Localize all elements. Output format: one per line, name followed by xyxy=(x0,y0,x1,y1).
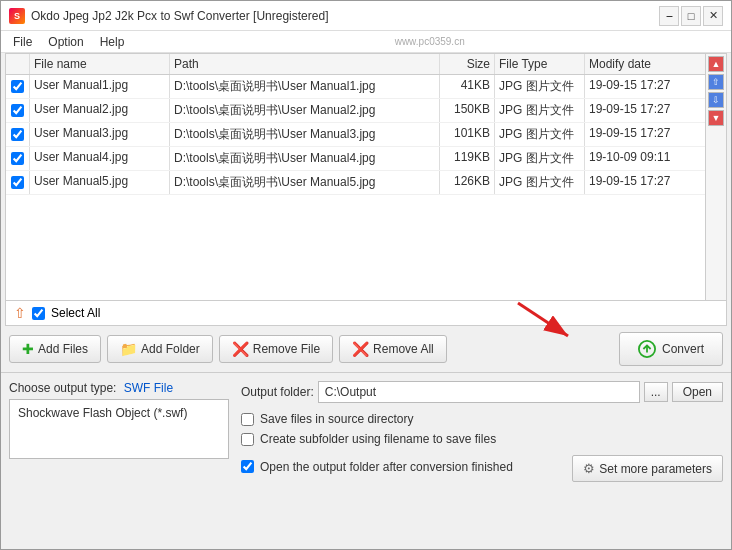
row-date: 19-10-09 09:11 xyxy=(585,147,705,170)
buttons-area: ✚ Add Files 📁 Add Folder ❌ Remove File ❌… xyxy=(1,326,731,372)
row-checkbox-cell[interactable] xyxy=(6,171,30,194)
add-files-button[interactable]: ✚ Add Files xyxy=(9,335,101,363)
select-all-checkbox[interactable] xyxy=(32,307,45,320)
row-checkbox[interactable] xyxy=(11,104,24,117)
upload-icon: ⇧ xyxy=(14,305,26,321)
set-params-button[interactable]: ⚙ Set more parameters xyxy=(572,455,723,482)
row-size: 119KB xyxy=(440,147,495,170)
row-path: D:\tools\桌面说明书\User Manual2.jpg xyxy=(170,99,440,122)
table-row[interactable]: User Manual2.jpg D:\tools\桌面说明书\User Man… xyxy=(6,99,705,123)
open-output-checkbox[interactable] xyxy=(241,460,254,473)
row-checkbox-cell[interactable] xyxy=(6,75,30,98)
row-size: 101KB xyxy=(440,123,495,146)
row-checkbox[interactable] xyxy=(11,80,24,93)
output-type-label: Choose output type: SWF File xyxy=(9,381,229,395)
remove-file-button[interactable]: ❌ Remove File xyxy=(219,335,333,363)
open-folder-button[interactable]: Open xyxy=(672,382,723,402)
table-row[interactable]: User Manual3.jpg D:\tools\桌面说明书\User Man… xyxy=(6,123,705,147)
menu-option[interactable]: Option xyxy=(40,33,91,51)
output-folder-row: Output folder: ... Open xyxy=(241,381,723,403)
remove-all-label: Remove All xyxy=(373,342,434,356)
set-params-label: Set more parameters xyxy=(599,462,712,476)
remove-all-button[interactable]: ❌ Remove All xyxy=(339,335,447,363)
add-files-icon: ✚ xyxy=(22,341,34,357)
add-folder-label: Add Folder xyxy=(141,342,200,356)
row-path: D:\tools\桌面说明书\User Manual4.jpg xyxy=(170,147,440,170)
title-bar-left: S Okdo Jpeg Jp2 J2k Pcx to Swf Converter… xyxy=(9,8,328,24)
checkbox-save-source: Save files in source directory xyxy=(241,411,723,427)
remove-all-icon: ❌ xyxy=(352,341,369,357)
select-all-label[interactable]: Select All xyxy=(51,306,100,320)
watermark: www.pc0359.cn xyxy=(132,36,727,47)
col-header-date: Modify date xyxy=(585,54,705,74)
col-header-check xyxy=(6,54,30,74)
checkbox-subfolder: Create subfolder using filename to save … xyxy=(241,431,723,447)
output-folder-input[interactable] xyxy=(318,381,640,403)
menu-bar: File Option Help www.pc0359.cn xyxy=(1,31,731,53)
open-output-label[interactable]: Open the output folder after conversion … xyxy=(260,460,513,474)
minimize-button[interactable]: ‒ xyxy=(659,6,679,26)
subfolder-checkbox[interactable] xyxy=(241,433,254,446)
window-title: Okdo Jpeg Jp2 J2k Pcx to Swf Converter [… xyxy=(31,9,328,23)
row-size: 41KB xyxy=(440,75,495,98)
row-filename: User Manual1.jpg xyxy=(30,75,170,98)
output-type-panel: Choose output type: SWF File Shockwave F… xyxy=(9,381,229,482)
row-checkbox-cell[interactable] xyxy=(6,123,30,146)
table-row[interactable]: User Manual4.jpg D:\tools\桌面说明书\User Man… xyxy=(6,147,705,171)
save-source-label[interactable]: Save files in source directory xyxy=(260,412,413,426)
row-checkbox[interactable] xyxy=(11,128,24,141)
save-source-checkbox[interactable] xyxy=(241,413,254,426)
table-row[interactable]: User Manual5.jpg D:\tools\桌面说明书\User Man… xyxy=(6,171,705,195)
window-controls: ‒ □ ✕ xyxy=(659,6,723,26)
output-type-box: Shockwave Flash Object (*.swf) xyxy=(9,399,229,459)
add-folder-button[interactable]: 📁 Add Folder xyxy=(107,335,213,363)
row-filename: User Manual4.jpg xyxy=(30,147,170,170)
row-date: 19-09-15 17:27 xyxy=(585,123,705,146)
scroll-down-button[interactable]: ⇩ xyxy=(708,92,724,108)
output-type-value: SWF File xyxy=(124,381,173,395)
row-checkbox-cell[interactable] xyxy=(6,147,30,170)
table-header: File name Path Size File Type Modify dat… xyxy=(6,54,705,75)
browse-button[interactable]: ... xyxy=(644,382,668,402)
row-path: D:\tools\桌面说明书\User Manual5.jpg xyxy=(170,171,440,194)
menu-help[interactable]: Help xyxy=(92,33,133,51)
title-bar: S Okdo Jpeg Jp2 J2k Pcx to Swf Converter… xyxy=(1,1,731,31)
row-type: JPG 图片文件 xyxy=(495,75,585,98)
gear-icon: ⚙ xyxy=(583,461,595,476)
convert-icon xyxy=(638,340,656,358)
last-row: Open the output folder after conversion … xyxy=(241,451,723,482)
scroll-bottom-button[interactable]: ▼ xyxy=(708,110,724,126)
table-body: User Manual1.jpg D:\tools\桌面说明书\User Man… xyxy=(6,75,705,300)
row-type: JPG 图片文件 xyxy=(495,99,585,122)
subfolder-label[interactable]: Create subfolder using filename to save … xyxy=(260,432,496,446)
row-checkbox-cell[interactable] xyxy=(6,99,30,122)
scroll-top-button[interactable]: ▲ xyxy=(708,56,724,72)
bottom-panel: Choose output type: SWF File Shockwave F… xyxy=(1,372,731,490)
row-filename: User Manual5.jpg xyxy=(30,171,170,194)
table-row[interactable]: User Manual1.jpg D:\tools\桌面说明书\User Man… xyxy=(6,75,705,99)
row-type: JPG 图片文件 xyxy=(495,171,585,194)
remove-file-label: Remove File xyxy=(253,342,320,356)
close-button[interactable]: ✕ xyxy=(703,6,723,26)
row-checkbox[interactable] xyxy=(11,152,24,165)
remove-file-icon: ❌ xyxy=(232,341,249,357)
app-icon: S xyxy=(9,8,25,24)
row-date: 19-09-15 17:27 xyxy=(585,171,705,194)
maximize-button[interactable]: □ xyxy=(681,6,701,26)
col-header-size: Size xyxy=(440,54,495,74)
table-scroll-controls: ▲ ⇧ ⇩ ▼ xyxy=(705,54,726,300)
menu-file[interactable]: File xyxy=(5,33,40,51)
convert-button[interactable]: Convert xyxy=(619,332,723,366)
row-filename: User Manual2.jpg xyxy=(30,99,170,122)
row-date: 19-09-15 17:27 xyxy=(585,75,705,98)
row-date: 19-09-15 17:27 xyxy=(585,99,705,122)
checkbox-open-output: Open the output folder after conversion … xyxy=(241,459,513,475)
row-checkbox[interactable] xyxy=(11,176,24,189)
output-type-detail: Shockwave Flash Object (*.swf) xyxy=(18,406,187,420)
col-header-type: File Type xyxy=(495,54,585,74)
col-header-name: File name xyxy=(30,54,170,74)
action-buttons-bar: ✚ Add Files 📁 Add Folder ❌ Remove File ❌… xyxy=(1,326,731,372)
row-type: JPG 图片文件 xyxy=(495,123,585,146)
scroll-up-button[interactable]: ⇧ xyxy=(708,74,724,90)
output-folder-label: Output folder: xyxy=(241,385,314,399)
